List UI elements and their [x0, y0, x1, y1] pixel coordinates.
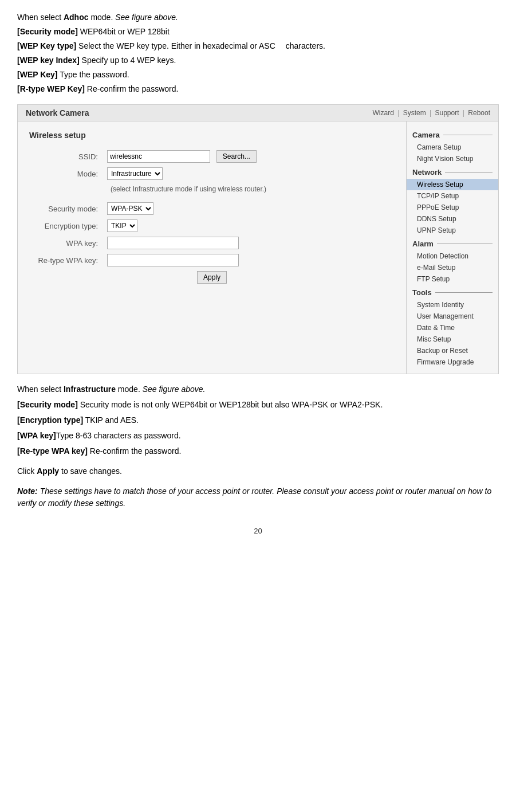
nav-links: Wizard | System | Support | Reboot [373, 109, 490, 117]
infrastructure-see-figure: See figure above. [143, 385, 206, 394]
security-mode-field: [Security mode] WEP64bit or WEP 128bit [17, 26, 499, 38]
wpa-key-cell [104, 234, 395, 252]
sidebar-item-ddns-setup[interactable]: DDNS Setup [407, 213, 498, 225]
page-number: 20 [17, 527, 499, 535]
mode-row: Mode: Infrastructure [29, 165, 395, 182]
tools-section-title: Tools [407, 285, 498, 299]
sidebar-item-upnp-setup[interactable]: UPNP Setup [407, 225, 498, 236]
sidebar-item-misc-setup[interactable]: Misc Setup [407, 334, 498, 345]
wireless-form: SSID: Search... Mode: Infrastructure [29, 148, 395, 286]
intro-section: When select Adhoc mode. See figure above… [17, 11, 499, 95]
wep-key-index-label: [WEP key Index] [17, 56, 80, 65]
wep-key-type-label: [WEP Key type] [17, 41, 76, 50]
panel-header: Network Camera Wizard | System | Support… [18, 105, 498, 121]
mode-select-cell: Infrastructure [104, 165, 395, 182]
retype-wpa-key-desc: [Re-type WPA key] Re-confirm the passwor… [17, 445, 499, 457]
apply-button[interactable]: Apply [197, 271, 227, 284]
wep-key-field: [WEP Key] Type the password. [17, 69, 499, 81]
camera-panel: Network Camera Wizard | System | Support… [17, 104, 499, 374]
sidebar-item-wireless-setup[interactable]: Wireless Setup [407, 179, 498, 190]
retype-wpa-key-cell [104, 252, 395, 269]
sidebar-item-user-management[interactable]: User Management [407, 311, 498, 322]
ssid-label: SSID: [29, 148, 104, 165]
sidebar-item-ftp-setup[interactable]: FTP Setup [407, 273, 498, 285]
hint-cell: (select Infrastructure mode if using wir… [104, 182, 395, 195]
sidebar: Camera Camera Setup Night Vision Setup N… [407, 121, 498, 374]
sidebar-item-email-setup[interactable]: e-Mail Setup [407, 262, 498, 273]
search-button[interactable]: Search... [216, 150, 257, 163]
wpa-key-input[interactable] [107, 237, 239, 249]
note-label: Note: [17, 487, 38, 496]
click-apply-text: Click Apply to save changes. [17, 465, 499, 477]
apply-bold: Apply [37, 466, 59, 476]
infrastructure-section: When select Infrastructure mode. See fig… [17, 383, 499, 457]
network-title-line [445, 172, 493, 172]
network-section-title: Network [407, 164, 498, 179]
sidebar-item-pppoe-setup[interactable]: PPPoE Setup [407, 202, 498, 213]
nav-system[interactable]: System [403, 109, 426, 117]
network-title-text: Network [412, 168, 442, 176]
encryption-type-desc-label: [Encryption type] [17, 415, 83, 425]
nav-sep2: | [430, 109, 433, 117]
click-apply-section: Click Apply to save changes. [17, 465, 499, 477]
adhoc-intro: When select Adhoc mode. See figure above… [17, 11, 499, 23]
infrastructure-intro: When select Infrastructure mode. See fig… [17, 383, 499, 395]
adhoc-see-figure: See figure above. [115, 13, 178, 22]
security-mode-label: [Security mode] [17, 27, 78, 36]
encryption-row: Encryption type: TKIP [29, 217, 395, 234]
retype-wpa-key-input[interactable] [107, 254, 239, 266]
mode-label: Mode: [29, 165, 104, 182]
apply-row: Apply [29, 269, 395, 286]
wep-key-label: [WEP Key] [17, 70, 58, 79]
security-mode-desc: [Security mode] Security mode is not onl… [17, 399, 499, 411]
camera-title-text: Camera [412, 131, 440, 139]
alarm-section-title: Alarm [407, 236, 498, 250]
sidebar-item-firmware-upgrade[interactable]: Firmware Upgrade [407, 356, 498, 368]
sidebar-item-backup-reset[interactable]: Backup or Reset [407, 345, 498, 356]
security-mode-label: Security mode: [29, 200, 104, 217]
rtype-wep-key-field: [R-type WEP Key] Re-confirm the password… [17, 83, 499, 95]
encryption-select[interactable]: TKIP [107, 219, 137, 232]
tools-title-text: Tools [412, 288, 432, 297]
sidebar-item-camera-setup[interactable]: Camera Setup [407, 142, 498, 153]
sidebar-item-motion-detection[interactable]: Motion Detection [407, 250, 498, 262]
alarm-title-text: Alarm [412, 240, 434, 248]
hint-row: (select Infrastructure mode if using wir… [29, 182, 395, 195]
retype-wpa-key-label: Re-type WPA key: [29, 252, 104, 269]
camera-section-title: Camera [407, 127, 498, 142]
sidebar-item-date-time[interactable]: Date & Time [407, 322, 498, 334]
encryption-type-desc: [Encryption type] TKIP and AES. [17, 414, 499, 426]
rtype-wep-key-label: [R-type WEP Key] [17, 84, 85, 93]
retype-wpa-key-desc-label: [Re-type WPA key] [17, 446, 88, 456]
security-mode-cell: WPA-PSK [104, 200, 395, 217]
content-title: Wireless setup [29, 131, 395, 140]
security-mode-select[interactable]: WPA-PSK [107, 202, 153, 215]
camera-title-line [443, 135, 493, 135]
tools-title-line [435, 292, 493, 293]
adhoc-bold: Adhoc [64, 13, 89, 22]
wpa-key-label: WPA key: [29, 234, 104, 252]
apply-cell: Apply [29, 269, 395, 286]
hint-text: (select Infrastructure mode if using wir… [107, 185, 266, 193]
sidebar-item-system-identity[interactable]: System Identity [407, 299, 498, 311]
retype-wpa-key-row: Re-type WPA key: [29, 252, 395, 269]
spacer-row [29, 195, 395, 200]
panel-body: Wireless setup SSID: Search... Mode: [18, 121, 498, 374]
sidebar-item-tcpip-setup[interactable]: TCP/IP Setup [407, 190, 498, 202]
mode-select[interactable]: Infrastructure [107, 167, 163, 180]
encryption-label: Encryption type: [29, 217, 104, 234]
sidebar-item-night-vision-setup[interactable]: Night Vision Setup [407, 153, 498, 164]
nav-wizard[interactable]: Wizard [373, 109, 394, 117]
nav-reboot[interactable]: Reboot [468, 109, 490, 117]
wpa-key-row: WPA key: [29, 234, 395, 252]
brand-name: Network Camera [26, 108, 89, 117]
encryption-cell: TKIP [104, 217, 395, 234]
wep-key-index-field: [WEP key Index] Specify up to 4 WEP keys… [17, 54, 499, 66]
ssid-input[interactable] [107, 150, 210, 163]
note-content: These settings have to match those of yo… [17, 487, 491, 508]
note-text: Note: These settings have to match those… [17, 485, 499, 509]
alarm-title-line [437, 244, 493, 244]
nav-sep1: | [397, 109, 401, 117]
nav-sep3: | [463, 109, 466, 117]
nav-support[interactable]: Support [435, 109, 459, 117]
